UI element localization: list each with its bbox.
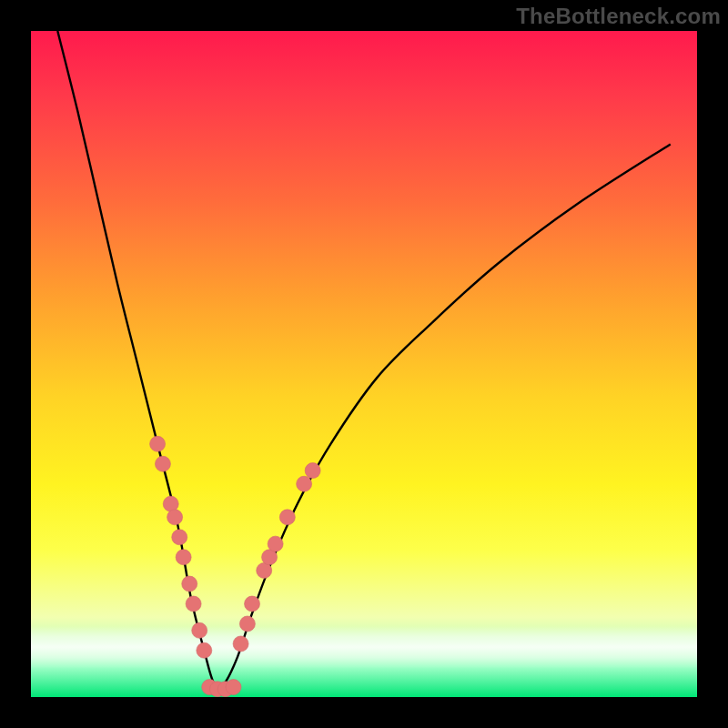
marker-dot — [279, 510, 295, 525]
marker-dot — [163, 496, 178, 511]
marker-dot — [176, 550, 191, 565]
marker-dot — [239, 616, 255, 632]
marker-dot — [155, 456, 170, 471]
outer-frame: TheBottleneck.com — [0, 0, 728, 728]
marker-dot — [192, 622, 207, 638]
marker-dot — [172, 530, 187, 545]
marker-group-bottom — [202, 680, 241, 697]
marker-dot — [167, 510, 183, 525]
plot-area — [31, 31, 697, 697]
marker-dot — [305, 463, 320, 479]
marker-group-right — [233, 463, 320, 652]
marker-dot — [297, 476, 312, 491]
marker-dot — [150, 436, 166, 451]
bottleneck-curve — [57, 31, 670, 687]
marker-dot — [186, 596, 201, 612]
marker-group-left — [150, 436, 212, 658]
chart-svg — [31, 31, 697, 697]
marker-dot — [197, 642, 212, 658]
marker-dot — [245, 596, 260, 612]
marker-dot — [182, 576, 197, 592]
watermark-text: TheBottleneck.com — [516, 4, 721, 29]
marker-dot — [226, 680, 241, 695]
marker-dot — [233, 636, 248, 652]
marker-dot — [268, 536, 283, 551]
